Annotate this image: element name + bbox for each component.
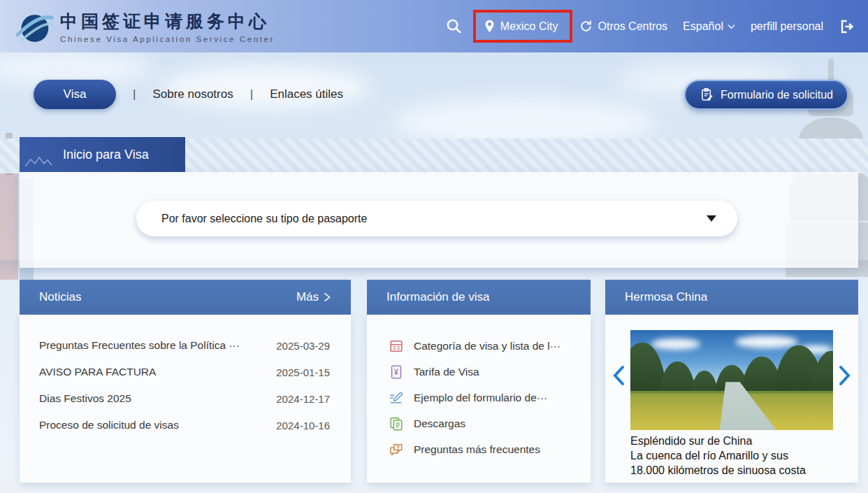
carousel-next-button[interactable] [837,365,853,386]
china-panel-header: Hermosa China [605,280,858,315]
passport-select-value: Por favor seleccione su tipo de pasaport… [161,213,707,225]
header: 中国签证申请服务中心 Chinese Visa Application Serv… [0,0,868,52]
visa-info-item[interactable]: Ejemplo del formulario de··· [367,385,591,410]
application-form-icon [700,87,714,102]
news-item-date: 2024-10-16 [276,420,330,431]
application-form-label: Formulario de solicitud [721,89,833,101]
visa-category-icon [389,338,404,354]
visa-info-panel-header: Información de visa [367,280,591,315]
news-item-title: Proceso de solicitud de visas [39,419,179,431]
chevron-right-icon [323,292,331,302]
news-panel: Noticias Más Preguntas Frecuentes sobre … [20,280,351,483]
nav-separator: | [250,87,253,101]
language-label: Español [683,20,723,33]
profile-link[interactable]: perfill personal [751,20,823,33]
china-landscape-photo[interactable] [630,330,833,430]
news-panel-header: Noticias Más [20,280,351,315]
location-label: Mexico City [500,20,558,33]
header-nav: Mexico City Otros Centros Español perfil… [446,0,858,52]
visa-info-item-label: Descargas [414,417,465,430]
location-selector[interactable]: Mexico City [473,10,572,43]
other-centers-label: Otros Centros [598,20,668,33]
caption-line-2: La cuenca del río Amarillo y sus [630,448,806,463]
page: 中国签证申请服务中心 Chinese Visa Application Serv… [0,0,868,493]
visa-info-item[interactable]: Preguntas más frecuentes [367,436,591,462]
other-centers-link[interactable]: Otros Centros [579,20,668,33]
news-item-title: Preguntas Frecuentes sobre la Política ·… [39,339,240,352]
china-panel-title: Hermosa China [625,290,707,304]
search-icon [446,18,462,34]
news-item[interactable]: Dias Festivos 2025 2024-12-17 [20,385,351,412]
cvasc-logo-icon [15,8,53,45]
mountains-decor-icon [25,154,59,166]
logout-icon [839,18,855,35]
logo-subtitle-english: Chinese Visa Application Service Center [60,35,275,43]
news-item-title: AVISO PARA FACTURA [39,366,156,378]
faq-icon [389,442,404,457]
logo-title-chinese: 中国签证申请服务中心 [60,10,275,33]
news-item[interactable]: Preguntas Frecuentes sobre la Política ·… [20,332,351,359]
logout-button[interactable] [839,18,855,35]
visa-info-panel: Información de visa Categoría de visa y … [367,280,591,483]
news-item[interactable]: Proceso de solicitud de visas 2024-10-16 [20,412,351,438]
china-photo-caption: Espléndido sur de China La cuenca del rí… [630,434,806,478]
select-caret-icon [707,215,716,222]
main-nav: Visa | Sobre nosotros | Enlaces útiles [34,80,343,109]
visa-info-item-label: Ejemplo del formulario de··· [414,392,547,404]
passport-type-select[interactable]: Por favor seleccione su tipo de pasaport… [136,201,737,236]
switch-centers-icon [579,20,593,33]
beautiful-china-panel: Hermosa China [605,280,858,483]
news-list: Preguntas Frecuentes sobre la Política ·… [20,315,351,483]
news-item-date: 2025-01-15 [276,366,330,378]
profile-label: perfill personal [751,20,823,33]
search-button[interactable] [446,18,462,34]
language-selector[interactable]: Español [683,20,735,33]
visa-info-item[interactable]: Categoría de visa y lista de l··· [367,333,591,359]
bottom-strip [0,483,868,493]
news-more-link[interactable]: Más [296,290,331,304]
chevron-right-icon [837,365,853,386]
news-item-title: Dias Festivos 2025 [39,392,131,405]
tab-visa[interactable]: Visa [34,80,116,109]
caption-line-1: Espléndido sur de China [630,434,806,448]
downloads-icon [389,416,404,431]
nav-separator: | [133,87,136,101]
passport-select-panel: Por favor seleccione su tipo de pasaport… [20,172,858,268]
news-more-label: Más [296,290,319,304]
visa-info-item[interactable]: Tarifa de Visa [367,359,591,385]
visa-start-title: Inicio para Visa [63,148,149,162]
visa-info-panel-title: Información de visa [386,290,489,304]
visa-info-item-label: Tarifa de Visa [414,366,479,378]
tab-visa-start[interactable]: Inicio para Visa [20,137,185,172]
china-carousel: Espléndido sur de China La cuenca del rí… [605,315,858,483]
news-item[interactable]: AVISO PARA FACTURA 2025-01-15 [20,359,351,385]
visa-info-item[interactable]: Descargas [367,410,591,436]
caption-line-3: 18.000 kilómetros de sinuosa costa [630,463,806,478]
logo[interactable]: 中国签证申请服务中心 Chinese Visa Application Serv… [15,8,275,45]
application-form-button[interactable]: Formulario de solicitud [684,80,848,110]
form-sample-icon [389,390,404,406]
visa-info-item-label: Categoría de visa y lista de l··· [414,340,560,352]
carousel-prev-button[interactable] [611,365,626,386]
visa-info-item-label: Preguntas más frecuentes [414,443,540,456]
tab-about-us[interactable]: Sobre nosotros [152,87,233,101]
tab-useful-links[interactable]: Enlaces útiles [270,87,343,101]
chevron-left-icon [611,365,626,386]
news-panel-title: Noticias [39,290,81,304]
chevron-down-icon [728,24,735,29]
news-item-date: 2024-12-17 [276,393,330,405]
location-pin-icon [484,20,495,33]
visa-info-list: Categoría de visa y lista de l··· Tarifa… [367,315,591,483]
visa-fee-icon [389,364,404,380]
news-item-date: 2025-03-29 [276,340,330,352]
